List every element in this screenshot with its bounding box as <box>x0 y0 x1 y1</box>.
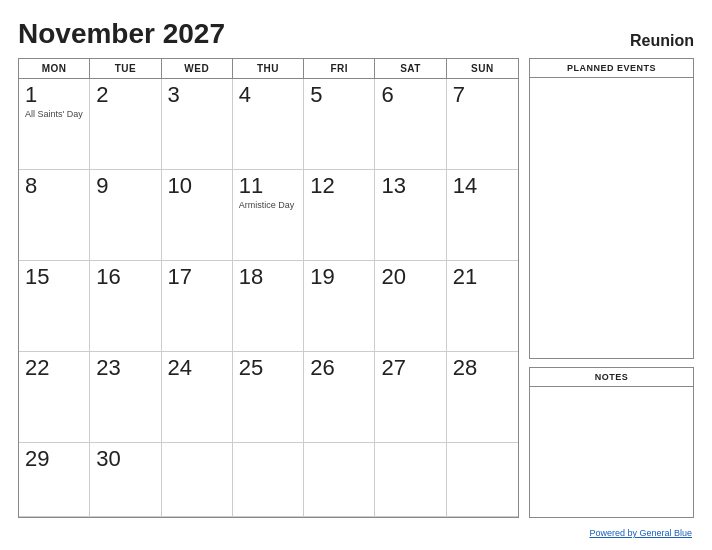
day-header: FRI <box>304 59 375 78</box>
footer: Powered by General Blue <box>18 522 694 540</box>
day-cell: 8 <box>19 170 90 261</box>
day-number: 6 <box>381 83 439 107</box>
day-number: 12 <box>310 174 368 198</box>
day-headers: MONTUEWEDTHUFRISATSUN <box>19 59 518 79</box>
day-cell: 1All Saints' Day <box>19 79 90 170</box>
day-header: WED <box>162 59 233 78</box>
day-cell: 14 <box>447 170 518 261</box>
day-header: TUE <box>90 59 161 78</box>
region-title: Reunion <box>630 32 694 50</box>
day-cell <box>162 443 233 517</box>
planned-events-title: PLANNED EVENTS <box>530 59 693 78</box>
day-number: 10 <box>168 174 226 198</box>
day-cell: 3 <box>162 79 233 170</box>
notes-title: NOTES <box>530 368 693 387</box>
day-cell: 25 <box>233 352 304 443</box>
day-cell: 9 <box>90 170 161 261</box>
day-number: 2 <box>96 83 154 107</box>
day-cell: 24 <box>162 352 233 443</box>
day-cell: 12 <box>304 170 375 261</box>
day-number: 4 <box>239 83 297 107</box>
day-header: THU <box>233 59 304 78</box>
day-header: MON <box>19 59 90 78</box>
month-title: November 2027 <box>18 18 225 50</box>
planned-events-box: PLANNED EVENTS <box>529 58 694 359</box>
day-number: 29 <box>25 447 83 471</box>
day-number: 3 <box>168 83 226 107</box>
day-cell: 19 <box>304 261 375 352</box>
day-number: 7 <box>453 83 512 107</box>
day-cell: 30 <box>90 443 161 517</box>
day-cell: 26 <box>304 352 375 443</box>
day-number: 11 <box>239 174 297 198</box>
day-number: 25 <box>239 356 297 380</box>
day-cell: 10 <box>162 170 233 261</box>
day-number: 24 <box>168 356 226 380</box>
day-cell: 11Armistice Day <box>233 170 304 261</box>
day-number: 9 <box>96 174 154 198</box>
day-number: 1 <box>25 83 83 107</box>
day-event: All Saints' Day <box>25 109 83 120</box>
day-cell: 16 <box>90 261 161 352</box>
day-cell: 4 <box>233 79 304 170</box>
header: November 2027 Reunion <box>18 18 694 50</box>
day-cell: 22 <box>19 352 90 443</box>
day-cell: 27 <box>375 352 446 443</box>
day-number: 23 <box>96 356 154 380</box>
powered-by-link[interactable]: Powered by General Blue <box>589 528 692 538</box>
day-cell: 28 <box>447 352 518 443</box>
day-number: 15 <box>25 265 83 289</box>
day-cell: 6 <box>375 79 446 170</box>
day-number: 30 <box>96 447 154 471</box>
day-cell: 20 <box>375 261 446 352</box>
day-number: 18 <box>239 265 297 289</box>
day-number: 13 <box>381 174 439 198</box>
main-content: MONTUEWEDTHUFRISATSUN 1All Saints' Day23… <box>18 58 694 518</box>
day-cell: 5 <box>304 79 375 170</box>
planned-events-content <box>530 78 693 358</box>
day-number: 16 <box>96 265 154 289</box>
day-cell: 21 <box>447 261 518 352</box>
day-header: SAT <box>375 59 446 78</box>
day-event: Armistice Day <box>239 200 297 211</box>
day-number: 19 <box>310 265 368 289</box>
day-cell <box>233 443 304 517</box>
day-cell: 7 <box>447 79 518 170</box>
day-number: 14 <box>453 174 512 198</box>
notes-content <box>530 387 693 517</box>
day-cell <box>447 443 518 517</box>
day-cell: 15 <box>19 261 90 352</box>
notes-box: NOTES <box>529 367 694 518</box>
day-cell: 17 <box>162 261 233 352</box>
calendar-grid: 1All Saints' Day234567891011Armistice Da… <box>19 79 518 517</box>
day-cell <box>304 443 375 517</box>
day-number: 22 <box>25 356 83 380</box>
day-cell: 18 <box>233 261 304 352</box>
sidebar: PLANNED EVENTS NOTES <box>529 58 694 518</box>
day-header: SUN <box>447 59 518 78</box>
day-cell: 29 <box>19 443 90 517</box>
day-number: 27 <box>381 356 439 380</box>
day-number: 17 <box>168 265 226 289</box>
day-number: 21 <box>453 265 512 289</box>
day-number: 28 <box>453 356 512 380</box>
day-cell: 13 <box>375 170 446 261</box>
day-cell <box>375 443 446 517</box>
calendar-section: MONTUEWEDTHUFRISATSUN 1All Saints' Day23… <box>18 58 519 518</box>
day-number: 5 <box>310 83 368 107</box>
day-cell: 2 <box>90 79 161 170</box>
day-number: 20 <box>381 265 439 289</box>
day-number: 8 <box>25 174 83 198</box>
page: November 2027 Reunion MONTUEWEDTHUFRISAT… <box>0 0 712 550</box>
day-number: 26 <box>310 356 368 380</box>
day-cell: 23 <box>90 352 161 443</box>
